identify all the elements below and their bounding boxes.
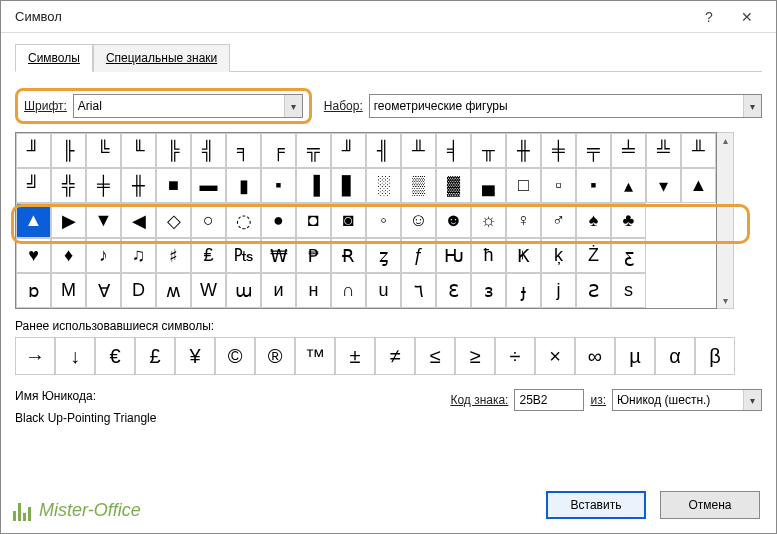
symbol-cell[interactable]: ▾ xyxy=(646,168,681,203)
symbol-cell[interactable]: ♫ xyxy=(121,238,156,273)
symbol-cell[interactable]: ▲ xyxy=(681,168,716,203)
symbol-cell[interactable]: ▮ xyxy=(226,168,261,203)
recent-cell[interactable]: × xyxy=(535,337,575,375)
symbol-cell[interactable]: ▲ xyxy=(16,203,51,238)
symbol-cell[interactable]: u xyxy=(366,273,401,308)
symbol-cell[interactable]: ☻ xyxy=(436,203,471,238)
symbol-cell[interactable]: ٦ xyxy=(401,273,436,308)
symbol-cell[interactable]: Ƕ xyxy=(436,238,471,273)
symbol-cell[interactable]: ♦ xyxy=(51,238,86,273)
symbol-cell[interactable]: ╝ xyxy=(16,168,51,203)
symbol-cell[interactable]: ╤ xyxy=(576,133,611,168)
symbol-cell[interactable]: ȥ xyxy=(366,238,401,273)
recent-cell[interactable]: → xyxy=(15,337,55,375)
symbol-cell[interactable]: ● xyxy=(261,203,296,238)
symbol-cell[interactable]: ▒ xyxy=(401,168,436,203)
tab-specials[interactable]: Специальные знаки xyxy=(93,44,230,72)
tab-symbols[interactable]: Символы xyxy=(15,44,93,72)
symbol-cell[interactable]: ▶ xyxy=(51,203,86,238)
set-dropdown[interactable]: геометрические фигуры ▾ xyxy=(369,94,762,118)
symbol-cell[interactable]: Ɐ xyxy=(86,273,121,308)
symbol-cell[interactable]: ♂ xyxy=(541,203,576,238)
symbol-cell[interactable]: ╥ xyxy=(471,133,506,168)
recent-cell[interactable]: ≥ xyxy=(455,337,495,375)
recent-cell[interactable]: ™ xyxy=(295,337,335,375)
symbol-cell[interactable]: ▼ xyxy=(86,203,121,238)
symbol-cell[interactable]: ₧ xyxy=(226,238,261,273)
symbol-cell[interactable]: ħ xyxy=(471,238,506,273)
close-icon[interactable]: ✕ xyxy=(728,1,766,33)
symbol-cell[interactable]: ₤ xyxy=(191,238,226,273)
symbol-cell[interactable]: ▐ xyxy=(296,168,331,203)
symbol-cell[interactable]: ♠ xyxy=(576,203,611,238)
symbol-cell[interactable]: ○ xyxy=(191,203,226,238)
symbol-cell[interactable]: ♪ xyxy=(86,238,121,273)
symbol-cell[interactable]: ∩ xyxy=(331,273,366,308)
scrollbar[interactable]: ▴▾ xyxy=(717,132,734,309)
symbol-cell[interactable]: ▪ xyxy=(576,168,611,203)
symbol-cell[interactable]: ₩ xyxy=(261,238,296,273)
symbol-cell[interactable]: ╫ xyxy=(121,168,156,203)
symbol-cell[interactable]: ╒ xyxy=(261,133,296,168)
recent-cell[interactable]: µ xyxy=(615,337,655,375)
symbol-cell[interactable]: ◇ xyxy=(156,203,191,238)
recent-cell[interactable]: ± xyxy=(335,337,375,375)
symbol-cell[interactable]: ╫ xyxy=(506,133,541,168)
symbol-cell[interactable]: ╪ xyxy=(541,133,576,168)
symbol-cell[interactable]: ◦ xyxy=(366,203,401,238)
symbol-cell[interactable]: s xyxy=(611,273,646,308)
symbol-cell[interactable]: ▄ xyxy=(471,168,506,203)
symbol-cell[interactable]: Ż xyxy=(576,238,611,273)
cancel-button[interactable]: Отмена xyxy=(660,491,760,519)
symbol-cell[interactable]: ▪ xyxy=(261,168,296,203)
recent-cell[interactable]: ∞ xyxy=(575,337,615,375)
symbol-cell[interactable]: ╟ xyxy=(51,133,86,168)
symbol-cell[interactable]: ☼ xyxy=(471,203,506,238)
symbol-cell[interactable]: ♣ xyxy=(611,203,646,238)
symbol-cell[interactable]: и xyxy=(261,273,296,308)
code-input[interactable]: 25B2 xyxy=(514,389,584,411)
symbol-cell[interactable]: Ҝ xyxy=(506,238,541,273)
recent-cell[interactable]: £ xyxy=(135,337,175,375)
symbol-cell[interactable]: ₱ xyxy=(296,238,331,273)
symbol-cell[interactable]: Ɍ xyxy=(331,238,366,273)
symbol-cell[interactable]: ƹ xyxy=(611,238,646,273)
symbol-cell[interactable]: ╡ xyxy=(436,133,471,168)
recent-cell[interactable]: € xyxy=(95,337,135,375)
symbol-cell[interactable]: ɒ xyxy=(16,273,51,308)
symbol-cell[interactable]: ▋ xyxy=(331,168,366,203)
symbol-cell[interactable]: ♯ xyxy=(156,238,191,273)
symbol-cell[interactable]: ╣ xyxy=(191,133,226,168)
symbol-cell[interactable]: ■ xyxy=(156,168,191,203)
symbol-cell[interactable]: ♥ xyxy=(16,238,51,273)
recent-cell[interactable]: © xyxy=(215,337,255,375)
recent-cell[interactable]: ¥ xyxy=(175,337,215,375)
symbol-cell[interactable]: ☺ xyxy=(401,203,436,238)
symbol-cell[interactable]: ▴ xyxy=(611,168,646,203)
from-dropdown[interactable]: Юникод (шестн.) ▾ xyxy=(612,389,762,411)
symbol-cell[interactable]: ɟ xyxy=(506,273,541,308)
symbol-cell[interactable]: j xyxy=(541,273,576,308)
symbol-cell[interactable]: ▬ xyxy=(191,168,226,203)
symbol-cell[interactable]: ╩ xyxy=(646,133,681,168)
symbol-cell[interactable]: ▫ xyxy=(541,168,576,203)
recent-cell[interactable]: α xyxy=(655,337,695,375)
symbol-cell[interactable]: ɜ xyxy=(471,273,506,308)
symbol-cell[interactable]: ╢ xyxy=(366,133,401,168)
symbol-cell[interactable]: ķ xyxy=(541,238,576,273)
symbol-cell[interactable]: ◘ xyxy=(296,203,331,238)
symbol-cell[interactable]: ╨ xyxy=(401,133,436,168)
symbol-cell[interactable]: Ɛ xyxy=(436,273,471,308)
insert-button[interactable]: Вставить xyxy=(546,491,646,519)
symbol-cell[interactable]: ╠ xyxy=(156,133,191,168)
symbol-cell[interactable]: н xyxy=(296,273,331,308)
recent-cell[interactable]: β xyxy=(695,337,735,375)
symbol-cell[interactable]: D xyxy=(121,273,156,308)
symbol-cell[interactable]: Ƨ xyxy=(576,273,611,308)
recent-cell[interactable]: ® xyxy=(255,337,295,375)
symbol-cell[interactable]: ╕ xyxy=(226,133,261,168)
symbol-cell[interactable]: ▓ xyxy=(436,168,471,203)
symbol-cell[interactable]: ╜ xyxy=(331,133,366,168)
symbol-cell[interactable]: ƒ xyxy=(401,238,436,273)
symbol-cell[interactable]: M xyxy=(51,273,86,308)
